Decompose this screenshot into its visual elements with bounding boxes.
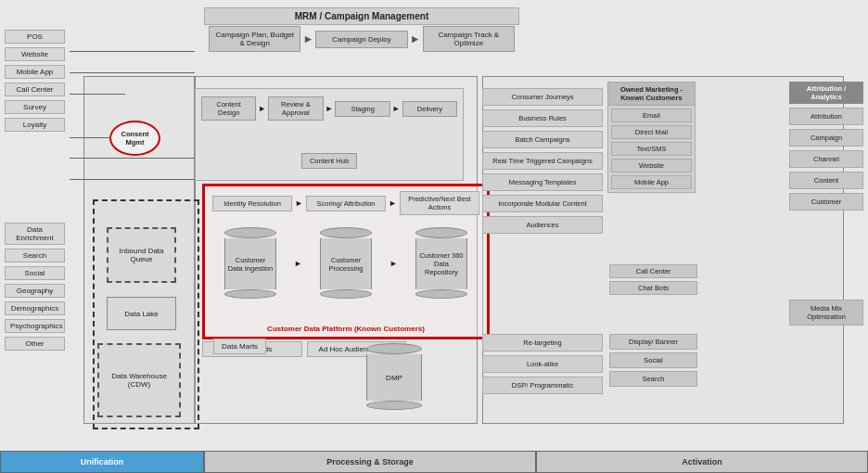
- consumer-journeys: Consumer Journeys: [482, 88, 603, 106]
- analytics-campaign: Campaign: [789, 129, 863, 147]
- consent-mgmt: Consent Mgmt: [109, 121, 160, 156]
- audiences: Audiences: [482, 216, 603, 234]
- arrow-icon-2: ►: [410, 32, 421, 45]
- cylinder-2: Customer Processing: [308, 227, 384, 299]
- content-workflow: Content Design ► Review & Approval ► Sta…: [195, 88, 464, 181]
- content-design: Content Design: [201, 96, 256, 121]
- analytics-label: Attribution / Analytics: [789, 82, 863, 104]
- cyl-bottom-2: [320, 289, 372, 299]
- inbound-data-queue: Inbound Data Queue: [107, 227, 176, 283]
- owned-text-sms: Text/SMS: [611, 142, 692, 156]
- cdp-top-steps: Identity Resolution ► Scoring/ Attributi…: [205, 186, 487, 220]
- arrow-content-2: ►: [326, 104, 334, 113]
- cdp-title: Customer Data Platform (Known Customers): [267, 325, 425, 333]
- activation-channels: Re-targeting Look-alike DSP/ Programmati…: [482, 334, 603, 394]
- mrm-step-3: Campaign Track & Optimize: [423, 26, 515, 52]
- arrow-cyl-1: ►: [294, 259, 302, 268]
- source-website: Website: [5, 47, 65, 61]
- dmp-cyl-bottom: [366, 401, 422, 410]
- cyl-bottom-1: [224, 289, 276, 299]
- demographics-item: Demographics: [5, 301, 65, 315]
- cylinder-1: Customer Data Ingestion: [212, 227, 288, 299]
- batch-campaigns: Batch Campaigns: [482, 131, 603, 148]
- scoring-attribution: Scoring/ Attribution: [306, 196, 386, 211]
- analytics-customer: Customer: [789, 193, 863, 211]
- data-lake: Data Lake: [107, 297, 176, 330]
- bottom-bars: Unification Processing & Storage Activat…: [0, 451, 868, 473]
- identity-resolution: Identity Resolution: [212, 196, 292, 211]
- cyl-bottom-3: [415, 289, 467, 299]
- cyl-body-3: Customer 360 Data Repository: [415, 238, 467, 289]
- modular-content: Incorporate Modular Content: [482, 195, 603, 212]
- arrow-content-1: ►: [258, 104, 266, 113]
- owned-marketing: Owned Marketing - Known Customers Email …: [607, 82, 696, 193]
- dmp-area: DMP: [362, 343, 427, 410]
- arrow-cyl-2: ►: [389, 259, 398, 268]
- arrow-icon-1: ►: [302, 32, 313, 45]
- arrow-cdp-1: ►: [295, 198, 303, 208]
- dmp-cyl-top: [366, 343, 422, 354]
- owned-mobile-app: Mobile App: [611, 175, 692, 189]
- owned-email: Email: [611, 109, 692, 122]
- data-marts-label: Data Marts: [213, 339, 266, 354]
- connector-h-2: [70, 72, 195, 73]
- retargeting: Re-targeting: [482, 334, 603, 352]
- left-mid-items: Data Enrichment Search Social Geography …: [5, 223, 65, 351]
- call-center-area: Call Center Chat Bots: [609, 264, 697, 295]
- lookalike: Look-alike: [482, 355, 603, 373]
- owned-items: Email Direct Mail Text/SMS Website Mobil…: [608, 106, 695, 192]
- psychographics-item: Psychographics: [5, 319, 65, 333]
- source-survey: Survey: [5, 100, 65, 114]
- cyl-top-3: [415, 227, 467, 238]
- bar-unification: Unification: [0, 451, 204, 473]
- mrm-step-1: Campaign Plan, Budget & Design: [209, 26, 300, 52]
- cyl-top-2: [320, 227, 372, 238]
- data-warehouse: Data Warehouse (CDW): [97, 343, 181, 417]
- analytics-channel: Channel: [789, 150, 863, 168]
- realtime-campaigns: Real Time Triggered Campaigns: [482, 152, 603, 170]
- owned-website: Website: [611, 159, 692, 173]
- other-item: Other: [5, 337, 65, 351]
- left-sources: POS Website Mobile App Call Center Surve…: [5, 30, 65, 132]
- cylinder-3: Customer 360 Data Repository: [403, 227, 479, 299]
- staging: Staging: [335, 101, 389, 117]
- analytics-content: Content: [789, 172, 863, 189]
- analytics-attribution: Attribution: [789, 108, 863, 125]
- cyl-body-2: Customer Processing: [320, 238, 372, 289]
- delivery: Delivery: [402, 101, 457, 117]
- source-pos: POS: [5, 30, 65, 44]
- geography-item: Geography: [5, 284, 65, 298]
- content-hub: Content Hub: [301, 153, 357, 169]
- dsp-programmatic: DSP/ Programmatic: [482, 377, 603, 394]
- connector-h-3: [70, 94, 125, 95]
- predictive-next: Predictive/Next Best Actions: [400, 191, 479, 215]
- review-approval: Review & Approval: [268, 96, 323, 121]
- source-loyalty: Loyalty: [5, 118, 65, 132]
- main-container: MRM / Campaign Management Campaign Plan,…: [0, 0, 868, 473]
- paid-search: Search: [609, 371, 697, 387]
- connector-h-5: [70, 158, 195, 159]
- business-rules: Business Rules: [482, 109, 603, 127]
- connector-h-4: [70, 137, 111, 138]
- diagram-area: MRM / Campaign Management Campaign Plan,…: [0, 0, 868, 473]
- cyl-body-1: Customer Data Ingestion: [224, 238, 276, 289]
- social-item: Social: [5, 266, 65, 280]
- cyl-top-1: [224, 227, 276, 238]
- content-steps: Content Design ► Review & Approval ► Sta…: [196, 89, 463, 128]
- call-center: Call Center: [609, 264, 697, 278]
- owned-marketing-title: Owned Marketing - Known Customers: [608, 83, 695, 106]
- right-analytics: Attribution / Analytics Attribution Camp…: [789, 82, 863, 211]
- bar-processing: Processing & Storage: [204, 451, 536, 473]
- arrow-content-3: ►: [392, 104, 401, 113]
- display-banner: Display/ Banner: [609, 334, 697, 350]
- data-enrichment: Data Enrichment: [5, 223, 65, 245]
- connector-h-6: [70, 179, 195, 180]
- cdp-cylinders: Customer Data Ingestion ► Customer Proce…: [205, 224, 487, 302]
- campaign-workflows: Consumer Journeys Business Rules Batch C…: [482, 88, 603, 234]
- paid-social: Social: [609, 352, 697, 368]
- media-mix: Media Mix Optimization: [789, 300, 863, 326]
- mrm-step-2: Campaign Deploy: [315, 31, 407, 48]
- mrm-title: MRM / Campaign Management: [204, 7, 519, 25]
- owned-direct-mail: Direct Mail: [611, 125, 692, 139]
- connector-h-1: [70, 51, 195, 52]
